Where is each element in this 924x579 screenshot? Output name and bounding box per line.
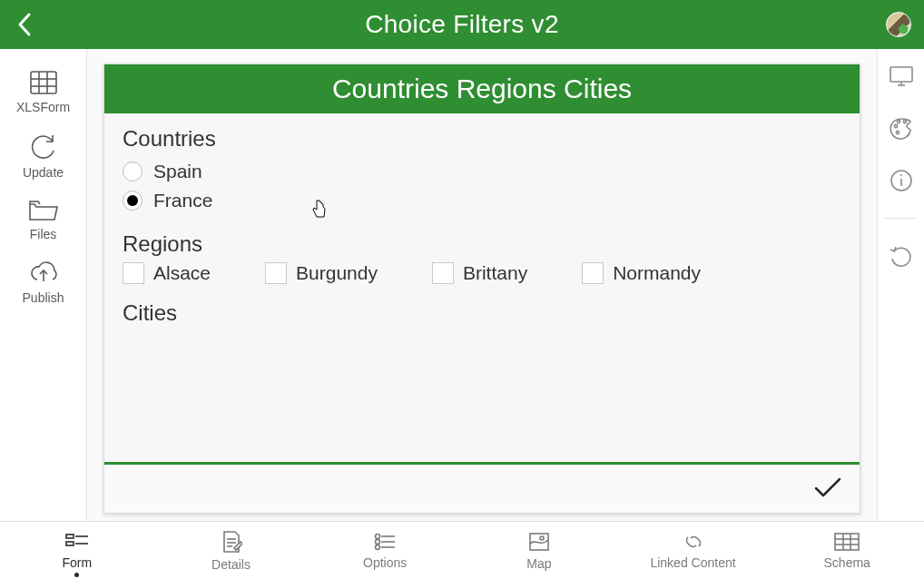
option-label: France	[153, 190, 212, 211]
tab-details[interactable]: Details	[154, 522, 309, 579]
left-rail-label: Files	[30, 227, 57, 241]
user-avatar[interactable]	[886, 12, 911, 37]
svg-point-25	[376, 539, 380, 544]
country-option-spain[interactable]: Spain	[123, 157, 841, 186]
left-rail-label: XLSForm	[16, 100, 70, 114]
map-icon	[527, 531, 551, 553]
left-rail-files[interactable]: Files	[5, 189, 82, 247]
checkbox-icon	[123, 262, 144, 284]
region-option-brittany[interactable]: Brittany	[432, 262, 527, 284]
link-icon	[681, 532, 706, 552]
sliders-icon	[373, 532, 397, 552]
svg-rect-0	[31, 72, 56, 93]
divider	[885, 218, 918, 219]
svg-point-11	[903, 120, 906, 123]
country-option-france[interactable]: France	[123, 186, 841, 215]
right-rail	[877, 49, 924, 521]
region-option-burgundy[interactable]: Burgundy	[265, 262, 378, 284]
preview-button[interactable]	[889, 65, 914, 91]
grid-icon	[28, 69, 59, 96]
left-rail-label: Update	[23, 165, 64, 180]
option-label: Burgundy	[296, 262, 378, 284]
refresh-icon	[29, 132, 58, 162]
option-label: Brittany	[463, 262, 527, 284]
tab-map[interactable]: Map	[462, 522, 616, 579]
tab-label: Linked Content	[650, 555, 735, 570]
tab-label: Form	[63, 555, 93, 570]
option-label: Alsace	[153, 262, 211, 284]
tab-label: Options	[363, 555, 407, 570]
form-icon	[64, 532, 90, 552]
regions-label: Regions	[123, 231, 841, 257]
undo-icon	[889, 244, 914, 270]
tab-form[interactable]: Form	[0, 522, 154, 579]
document-icon	[221, 530, 242, 554]
countries-label: Countries	[123, 126, 841, 152]
checkbox-icon	[432, 262, 454, 284]
region-option-normandy[interactable]: Normandy	[582, 262, 701, 284]
left-rail-update[interactable]: Update	[5, 123, 82, 185]
left-rail-label: Publish	[23, 290, 64, 305]
svg-rect-31	[835, 534, 859, 550]
back-button[interactable]	[16, 0, 34, 49]
radio-icon	[123, 191, 143, 211]
tab-schema[interactable]: Schema	[770, 522, 924, 579]
svg-point-9	[894, 124, 897, 127]
svg-point-27	[376, 545, 380, 549]
checkbox-icon	[582, 262, 604, 284]
monitor-icon	[889, 65, 914, 87]
svg-rect-6	[890, 67, 912, 82]
form-title: Countries Regions Cities	[104, 64, 860, 113]
svg-point-15	[900, 174, 902, 176]
checkbox-icon	[265, 262, 287, 284]
submit-button[interactable]	[812, 475, 843, 504]
svg-point-10	[897, 120, 899, 123]
svg-rect-16	[66, 535, 74, 538]
option-label: Spain	[153, 161, 202, 182]
region-option-alsace[interactable]: Alsace	[123, 262, 211, 284]
left-rail: XLSForm Update Files Publish	[0, 49, 87, 521]
form-card: Countries Regions Cities Countries Spain…	[103, 64, 860, 514]
left-rail-publish[interactable]: Publish	[5, 250, 82, 310]
table-icon	[833, 532, 860, 552]
app-title: Choice Filters v2	[365, 10, 559, 39]
palette-icon	[889, 116, 914, 140]
theme-button[interactable]	[889, 116, 914, 143]
svg-point-12	[896, 131, 899, 133]
svg-point-30	[540, 536, 544, 540]
tab-label: Details	[211, 557, 251, 572]
tab-linked-content[interactable]: Linked Content	[616, 522, 771, 579]
tab-options[interactable]: Options	[308, 522, 462, 579]
cloud-upload-icon	[28, 260, 59, 287]
svg-point-23	[376, 534, 380, 538]
bottom-tabs: Form Details Options Map Linked Conten	[0, 521, 924, 579]
info-button[interactable]	[890, 169, 913, 196]
cities-label: Cities	[123, 300, 841, 326]
tab-label: Schema	[824, 555, 870, 570]
undo-button[interactable]	[889, 244, 914, 273]
left-rail-xlsform[interactable]: XLSForm	[5, 60, 82, 120]
svg-rect-18	[66, 542, 74, 545]
option-label: Normandy	[613, 262, 701, 284]
tab-label: Map	[526, 556, 551, 571]
app-header: Choice Filters v2	[0, 0, 924, 49]
radio-icon	[123, 162, 143, 182]
folder-icon	[27, 198, 60, 223]
info-icon	[890, 169, 913, 192]
